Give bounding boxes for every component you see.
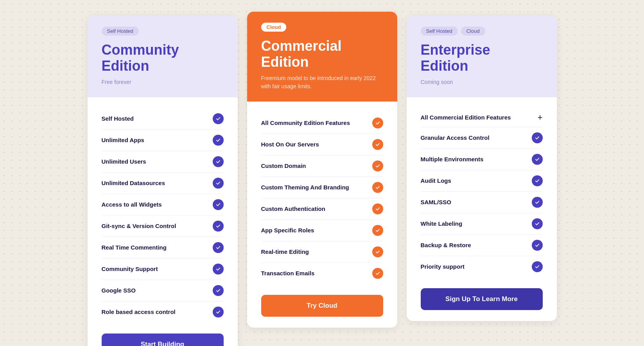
feature-label: All Community Edition Features — [261, 119, 350, 126]
check-icon-purple — [213, 178, 224, 189]
check-icon-purple — [213, 285, 224, 296]
community-feature-list: Self HostedUnlimited AppsUnlimited Users… — [102, 108, 224, 323]
commercial-tag-row: Cloud — [261, 23, 383, 32]
check-icon-purple — [532, 132, 543, 143]
list-item: Custom Authentication — [261, 198, 383, 220]
feature-label: Google SSO — [102, 287, 136, 294]
list-item: Real-time Editing — [261, 241, 383, 263]
check-icon-purple — [532, 218, 543, 229]
check-icon-orange — [372, 182, 383, 193]
list-item: Custom Domain — [261, 155, 383, 177]
commercial-cta-button[interactable]: Try Cloud — [261, 295, 383, 317]
feature-label: Role based access control — [102, 309, 176, 315]
list-item: Priority support — [421, 256, 543, 277]
check-icon-orange — [372, 139, 383, 150]
check-icon-orange — [372, 203, 383, 214]
list-item: App Specific Roles — [261, 220, 383, 241]
check-icon-orange — [372, 161, 383, 171]
community-body: Self HostedUnlimited AppsUnlimited Users… — [88, 97, 238, 346]
community-subtitle: Free forever — [102, 78, 224, 86]
commercial-body: All Community Edition FeaturesHost On Ou… — [247, 102, 397, 328]
check-icon-purple — [213, 156, 224, 167]
list-item: Self Hosted — [102, 108, 224, 130]
feature-label: Granular Access Control — [421, 134, 490, 141]
commercial-title: Commercial Edition — [261, 38, 383, 70]
plus-icon: + — [538, 113, 543, 122]
enterprise-subtitle: Coming soon — [421, 78, 543, 86]
list-item: Git-sync & Version Control — [102, 216, 224, 237]
enterprise-header: Self Hosted Cloud Enterprise Edition Com… — [407, 16, 557, 97]
check-icon-purple — [532, 175, 543, 186]
feature-label: Audit Logs — [421, 177, 451, 184]
list-item: Custom Theming And Branding — [261, 177, 383, 198]
list-item: Google SSO — [102, 280, 224, 301]
community-header: Self Hosted Community Edition Free forev… — [88, 16, 238, 97]
list-item: Access to all Widgets — [102, 194, 224, 216]
feature-label: App Specific Roles — [261, 227, 314, 234]
check-icon-orange — [372, 268, 383, 279]
check-icon-purple — [213, 135, 224, 146]
enterprise-tag-row: Self Hosted Cloud — [421, 27, 543, 36]
list-item: SAML/SSO — [421, 192, 543, 213]
check-icon-orange — [372, 246, 383, 257]
feature-label: Access to all Widgets — [102, 201, 162, 208]
list-item: Real Time Commenting — [102, 237, 224, 259]
check-icon-purple — [532, 261, 543, 272]
feature-label: Transaction Emails — [261, 270, 315, 276]
enterprise-feature-list: All Commercial Edition Features+Granular… — [421, 108, 543, 277]
enterprise-tag-cloud: Cloud — [461, 27, 485, 36]
list-item: Granular Access Control — [421, 127, 543, 149]
community-tag-row: Self Hosted — [102, 27, 224, 36]
feature-label: Custom Authentication — [261, 205, 325, 212]
feature-label: Real-time Editing — [261, 248, 309, 255]
check-icon-purple — [532, 197, 543, 208]
list-item: White Labeling — [421, 213, 543, 235]
community-tag: Self Hosted — [102, 27, 139, 36]
feature-label: Custom Domain — [261, 162, 306, 169]
list-item: Unlimited Apps — [102, 130, 224, 151]
check-icon-purple — [532, 154, 543, 165]
enterprise-title: Enterprise Edition — [421, 42, 543, 74]
community-title: Community Edition — [102, 42, 224, 74]
feature-label: Self Hosted — [102, 115, 134, 122]
list-item: Role based access control — [102, 301, 224, 323]
feature-label: Unlimited Users — [102, 158, 146, 165]
enterprise-tag-selfhosted: Self Hosted — [421, 27, 458, 36]
list-item: Community Support — [102, 259, 224, 280]
feature-label: Git-sync & Version Control — [102, 223, 176, 229]
feature-label: Custom Theming And Branding — [261, 184, 349, 191]
commercial-header: Cloud Commercial Edition Freemium model … — [247, 12, 397, 102]
list-item: Unlimited Users — [102, 151, 224, 173]
feature-label: White Labeling — [421, 220, 463, 227]
enterprise-body: All Commercial Edition Features+Granular… — [407, 97, 557, 321]
feature-label: Community Support — [102, 266, 158, 272]
feature-label: All Commercial Edition Features — [421, 114, 511, 121]
commercial-card: Cloud Commercial Edition Freemium model … — [247, 12, 397, 328]
list-item: Audit Logs — [421, 170, 543, 192]
commercial-tag: Cloud — [261, 23, 287, 32]
check-icon-purple — [213, 264, 224, 275]
check-icon-purple — [532, 240, 543, 251]
enterprise-card: Self Hosted Cloud Enterprise Edition Com… — [407, 16, 557, 321]
list-item: Multiple Environments — [421, 149, 543, 170]
check-icon-orange — [372, 225, 383, 236]
check-icon-purple — [213, 307, 224, 317]
check-icon-orange — [372, 118, 383, 128]
community-cta-button[interactable]: Start Building — [102, 334, 224, 346]
list-item: Unlimited Datasources — [102, 173, 224, 194]
feature-label: Priority support — [421, 263, 465, 270]
feature-label: Unlimited Datasources — [102, 180, 165, 186]
feature-label: SAML/SSO — [421, 199, 451, 205]
list-item: All Commercial Edition Features+ — [421, 108, 543, 127]
list-item: Host On Our Servers — [261, 134, 383, 155]
feature-label: Real Time Commenting — [102, 244, 167, 251]
pricing-container: Self Hosted Community Edition Free forev… — [88, 16, 557, 346]
check-icon-purple — [213, 242, 224, 253]
commercial-feature-list: All Community Edition FeaturesHost On Ou… — [261, 112, 383, 284]
feature-label: Backup & Restore — [421, 242, 471, 248]
community-card: Self Hosted Community Edition Free forev… — [88, 16, 238, 346]
check-icon-purple — [213, 221, 224, 232]
list-item: All Community Edition Features — [261, 112, 383, 134]
feature-label: Unlimited Apps — [102, 137, 144, 143]
enterprise-cta-button[interactable]: Sign Up To Learn More — [421, 288, 543, 310]
